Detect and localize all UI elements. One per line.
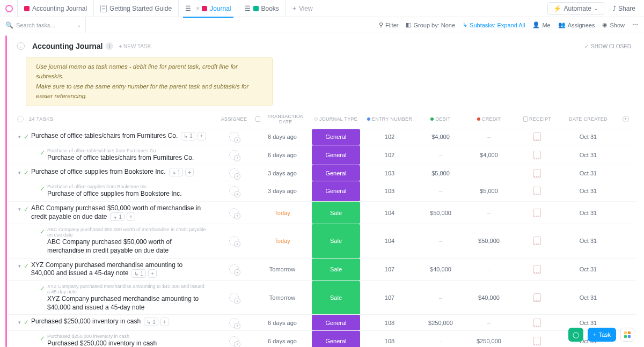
new-task-button[interactable]: + NEW TASK	[119, 43, 151, 49]
receipt-icon[interactable]	[533, 209, 541, 217]
debit-cell[interactable]: –	[416, 224, 465, 257]
search-input[interactable]: 🔍 Search tasks... ⌄	[5, 17, 86, 33]
journal-type-tag[interactable]: Sale	[312, 281, 360, 314]
status-check-icon[interactable]: ✓	[40, 149, 47, 157]
task-row[interactable]: ✓Purchased $250,000 inventory in cashPur…	[8, 330, 636, 347]
task-row[interactable]: ▾✓Purchased $250,000 inventory in cash↳1…	[8, 314, 636, 330]
status-check-icon[interactable]: ✓	[40, 335, 47, 342]
chevron-down-icon[interactable]: ⌄	[77, 22, 81, 28]
status-check-icon[interactable]: ✓	[40, 185, 47, 193]
subtasks-button[interactable]: ↳Subtasks: Expand All	[463, 21, 525, 28]
tab-add-view[interactable]: + View	[286, 0, 319, 17]
transaction-date-cell[interactable]: 3 days ago	[255, 165, 309, 181]
journal-type-tag[interactable]: Sale	[312, 259, 360, 281]
debit-cell[interactable]: $5,000	[416, 165, 465, 181]
assignee-avatar[interactable]	[229, 336, 239, 346]
tab-main[interactable]: Accounting Journal	[17, 0, 93, 17]
receipt-icon[interactable]	[533, 337, 541, 345]
add-subtask-button[interactable]: +	[197, 132, 206, 141]
receipt-icon[interactable]	[533, 319, 541, 327]
debit-cell[interactable]: $4,000	[416, 129, 465, 145]
assignee-avatar[interactable]	[229, 150, 239, 160]
receipt-icon[interactable]	[533, 169, 541, 178]
credit-cell[interactable]: $250,000	[465, 331, 513, 347]
transaction-date-cell[interactable]: Tomorrow	[255, 281, 309, 314]
task-row[interactable]: ✓XYZ Company purchased merchandise amoun…	[8, 280, 636, 314]
receipt-icon[interactable]	[533, 293, 541, 302]
credit-cell[interactable]: –	[465, 202, 513, 224]
task-name[interactable]: ABC Company purchased $50,000 worth of m…	[47, 238, 171, 254]
subtask-count-pill[interactable]: ↳1	[169, 168, 184, 176]
transaction-date-cell[interactable]: 3 days ago	[255, 181, 309, 201]
task-name[interactable]: XYZ Company purchased merchandise amount…	[47, 295, 199, 311]
transaction-date-cell[interactable]: 6 days ago	[255, 145, 309, 165]
transaction-date-cell[interactable]: 6 days ago	[255, 331, 309, 347]
task-row[interactable]: ▾✓XYZ Company purchased merchandise amou…	[8, 258, 636, 281]
transaction-date-cell[interactable]: Today	[255, 224, 309, 257]
assignee-avatar[interactable]	[229, 208, 239, 218]
transaction-date-cell[interactable]: 6 days ago	[255, 129, 309, 145]
caret-icon[interactable]: ▾	[18, 134, 24, 139]
record-clip-button[interactable]: ◯	[568, 328, 583, 342]
journal-type-tag[interactable]: General	[312, 181, 360, 201]
transaction-date-cell[interactable]: 6 days ago	[255, 315, 309, 330]
entry-number-cell[interactable]: 108	[363, 331, 416, 347]
add-subtask-button[interactable]: +	[148, 269, 157, 278]
credit-cell[interactable]: $50,000	[465, 224, 513, 257]
entry-number-cell[interactable]: 107	[363, 259, 416, 281]
info-icon[interactable]: i	[106, 42, 113, 50]
journal-type-tag[interactable]: Sale	[312, 224, 360, 257]
col-entry-number[interactable]: ENTRY NUMBER	[363, 114, 416, 124]
task-row[interactable]: ✓Purchase of office tables/chairs from F…	[8, 145, 636, 165]
automate-button[interactable]: ⚡ Automate ⌄	[547, 2, 604, 15]
debit-cell[interactable]: –	[416, 145, 465, 165]
debit-cell[interactable]: –	[416, 181, 465, 201]
more-menu[interactable]: ⋯	[632, 21, 639, 28]
task-name[interactable]: XYZ Company purchased merchandise amount…	[31, 261, 182, 277]
transaction-date-cell[interactable]: Today	[255, 202, 309, 224]
assignee-avatar[interactable]	[229, 318, 239, 328]
tab-journal[interactable]: ☰ ✕ Journal	[178, 0, 237, 17]
entry-number-cell[interactable]: 107	[363, 281, 416, 314]
task-row[interactable]: ▾✓Purchase of office tables/chairs from …	[8, 129, 636, 145]
assignee-avatar[interactable]	[229, 264, 239, 274]
assignee-avatar[interactable]	[229, 186, 239, 196]
caret-icon[interactable]: ▾	[18, 320, 24, 325]
status-check-icon[interactable]: ✓	[24, 262, 31, 270]
col-add[interactable]: +	[615, 114, 636, 124]
collapse-icon[interactable]	[17, 116, 24, 122]
credit-cell[interactable]: $5,000	[465, 181, 513, 201]
status-check-icon[interactable]: ✓	[24, 169, 31, 176]
journal-type-tag[interactable]: General	[312, 145, 360, 165]
status-check-icon[interactable]: ✓	[24, 133, 31, 141]
entry-number-cell[interactable]: 103	[363, 165, 416, 181]
assignee-avatar[interactable]	[229, 236, 239, 246]
subtask-count-pill[interactable]: ↳1	[110, 212, 125, 221]
receipt-icon[interactable]	[533, 132, 541, 141]
task-name[interactable]: ABC Company purchased $50,000 worth of m…	[31, 204, 201, 220]
col-receipt[interactable]: RECEIPT	[513, 114, 561, 124]
task-name[interactable]: Purchased $250,000 inventory in cash	[47, 339, 157, 347]
debit-cell[interactable]: $250,000	[416, 315, 465, 330]
entry-number-cell[interactable]: 102	[363, 145, 416, 165]
status-check-icon[interactable]: ✓	[24, 205, 31, 213]
col-credit[interactable]: CREDIT	[465, 114, 513, 124]
me-button[interactable]: 👤Me	[532, 21, 550, 28]
task-name[interactable]: Purchase of office tables/chairs from Fu…	[47, 154, 194, 161]
credit-cell[interactable]: –	[465, 259, 513, 281]
debit-cell[interactable]: –	[416, 281, 465, 314]
add-subtask-button[interactable]: +	[127, 212, 135, 221]
subtask-count-pill[interactable]: ↳1	[144, 318, 158, 326]
journal-type-tag[interactable]: General	[312, 165, 360, 181]
task-name[interactable]: Purchase of office tables/chairs from Fu…	[31, 132, 206, 139]
status-check-icon[interactable]: ✓	[40, 285, 47, 292]
entry-number-cell[interactable]: 108	[363, 315, 416, 330]
task-name[interactable]: Purchase of office supplies from Booksto…	[31, 168, 194, 175]
groupby-button[interactable]: ◧Group by: None	[406, 21, 455, 28]
debit-cell[interactable]: $40,000	[416, 259, 465, 281]
show-closed-button[interactable]: ✓ SHOW CLOSED	[584, 43, 631, 49]
filter-button[interactable]: ⚲Filter	[379, 21, 398, 28]
credit-cell[interactable]: $4,000	[465, 145, 513, 165]
assignee-avatar[interactable]	[229, 293, 239, 302]
receipt-icon[interactable]	[533, 265, 541, 274]
